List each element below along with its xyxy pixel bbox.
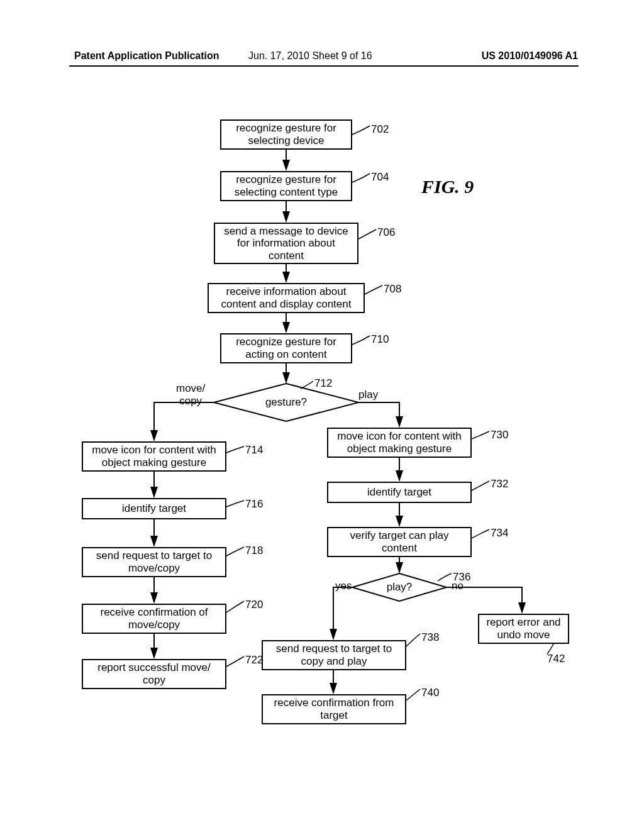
diamond-736-label: play?	[385, 581, 414, 594]
box-706: send a message to device for information…	[214, 223, 358, 264]
edge-move-copy: move/ copy	[176, 382, 205, 407]
box-714: move icon for content with object making…	[82, 441, 226, 472]
box-720: receive confirmation of move/copy	[82, 604, 226, 634]
box-722: report successful move/ copy	[82, 659, 226, 689]
header-right: US 2010/0149096 A1	[482, 50, 578, 62]
box-718: send request to target to move/copy	[82, 547, 226, 577]
edge-play: play	[358, 389, 378, 401]
ref-734: 734	[491, 527, 508, 540]
edge-yes: yes	[335, 580, 352, 592]
ref-706: 706	[377, 226, 395, 239]
ref-738: 738	[421, 631, 439, 644]
box-742: report error and undo move	[478, 614, 569, 644]
ref-742: 742	[547, 653, 565, 665]
diamond-712-label: gesture?	[264, 396, 308, 409]
ref-730: 730	[491, 429, 508, 441]
box-702: recognize gesture for selecting device	[220, 119, 352, 150]
ref-716: 716	[245, 498, 263, 511]
patent-page: Patent Application Publication Jun. 17, …	[0, 0, 644, 830]
ref-702: 702	[371, 123, 389, 136]
ref-720: 720	[245, 599, 263, 611]
box-734: verify target can play content	[327, 527, 472, 557]
ref-708: 708	[384, 283, 401, 296]
box-708: receive information about content and di…	[208, 283, 365, 313]
ref-714: 714	[245, 444, 263, 456]
box-738: send request to target to copy and play	[262, 640, 406, 670]
ref-722: 722	[245, 654, 263, 667]
box-730: move icon for content with object making…	[327, 428, 472, 458]
ref-712: 712	[314, 377, 332, 390]
edge-no: no	[452, 580, 464, 592]
header-rule	[69, 65, 579, 67]
ref-718: 718	[245, 545, 263, 557]
ref-740: 740	[421, 687, 439, 699]
ref-704: 704	[371, 171, 389, 184]
box-732: identify target	[327, 482, 472, 503]
figure-label: FIG. 9	[421, 176, 474, 197]
box-710: recognize gesture for acting on content	[220, 333, 352, 363]
ref-732: 732	[491, 478, 508, 490]
header-left: Patent Application Publication	[74, 50, 219, 62]
box-716: identify target	[82, 498, 226, 519]
header-mid: Jun. 17, 2010 Sheet 9 of 16	[248, 50, 372, 62]
box-740: receive confirmation from target	[262, 694, 406, 724]
ref-710: 710	[371, 333, 389, 346]
box-704: recognize gesture for selecting content …	[220, 171, 352, 201]
